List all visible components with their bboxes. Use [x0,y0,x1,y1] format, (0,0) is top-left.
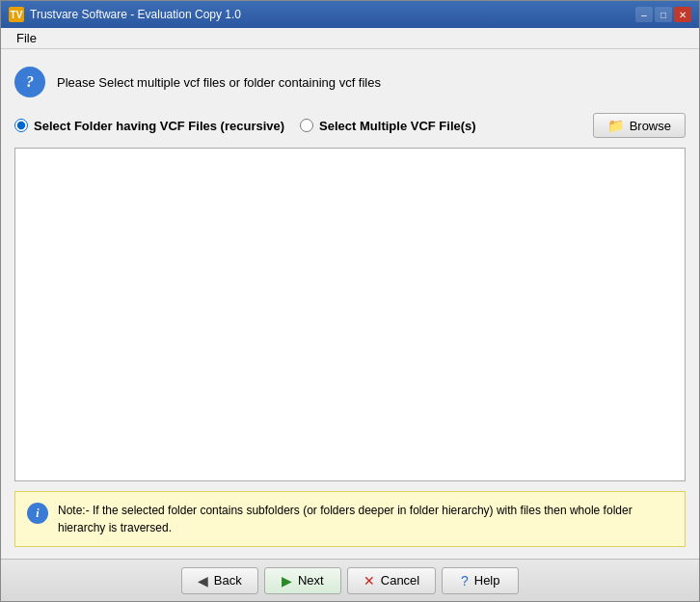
note-icon-glyph: i [36,506,39,521]
help-icon: ? [461,573,469,588]
radio-folder-option[interactable]: Select Folder having VCF Files (recursiv… [14,119,284,133]
radio-folder-input[interactable] [14,119,28,132]
next-label: Next [298,573,324,588]
close-button[interactable]: ✕ [674,7,691,22]
browse-label: Browse [630,119,671,133]
title-bar-left: TV Trustvare Software - Evaluation Copy … [9,7,241,22]
title-controls: – □ ✕ [635,7,691,22]
file-list-area[interactable] [14,148,686,481]
radio-files-input[interactable] [300,119,313,132]
help-button[interactable]: ? Help [442,567,519,594]
options-row: Select Folder having VCF Files (recursiv… [14,113,686,138]
radio-files-option[interactable]: Select Multiple VCF File(s) [300,119,476,133]
back-icon: ◀ [198,573,208,588]
note-text: Note:- If the selected folder contains s… [58,502,673,536]
next-button[interactable]: ▶ Next [264,567,341,594]
maximize-button[interactable]: □ [655,7,672,22]
note-area: i Note:- If the selected folder contains… [14,491,686,547]
info-message: Please Select multiple vcf files or fold… [57,75,381,90]
window-title: Trustvare Software - Evaluation Copy 1.0 [30,8,241,21]
app-icon: TV [9,7,24,22]
menu-file[interactable]: File [9,29,44,47]
note-icon: i [27,503,48,524]
minimize-button[interactable]: – [635,7,653,22]
cancel-button[interactable]: ✕ Cancel [347,567,436,594]
cancel-icon: ✕ [363,573,375,588]
back-button[interactable]: ◀ Back [181,567,258,594]
browse-icon: 📁 [607,118,624,133]
radio-folder-label: Select Folder having VCF Files (recursiv… [34,119,284,133]
title-bar: TV Trustvare Software - Evaluation Copy … [1,1,699,28]
main-window: TV Trustvare Software - Evaluation Copy … [0,0,700,602]
info-row: ? Please Select multiple vcf files or fo… [14,61,686,103]
browse-button[interactable]: 📁 Browse [593,113,686,138]
info-icon: ? [14,67,45,97]
radio-files-label: Select Multiple VCF File(s) [319,119,476,133]
menu-bar: File [1,28,699,49]
cancel-label: Cancel [381,573,419,588]
next-icon: ▶ [282,573,292,588]
bottom-bar: ◀ Back ▶ Next ✕ Cancel ? Help [1,559,699,601]
info-icon-glyph: ? [26,73,34,91]
help-label: Help [474,573,500,588]
main-content: ? Please Select multiple vcf files or fo… [1,49,699,559]
back-label: Back [214,573,242,588]
